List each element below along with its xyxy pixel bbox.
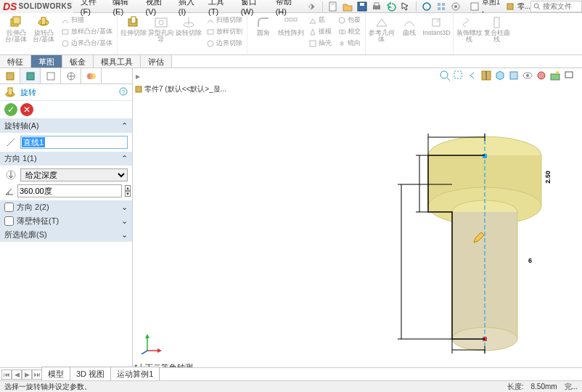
- pm-tab-feature-tree[interactable]: [0, 68, 20, 83]
- thin-checkbox[interactable]: [4, 216, 14, 226]
- dir1-type-select[interactable]: 给定深度: [20, 168, 128, 181]
- instant3d-button[interactable]: Instant3D: [424, 15, 450, 43]
- revolve-boss-button[interactable]: 旋转凸台/基体: [30, 15, 57, 49]
- tab-first-icon[interactable]: ⏮: [1, 369, 12, 380]
- section-axis-body: 直线1: [0, 133, 132, 152]
- tab-sketch[interactable]: 草图: [31, 55, 62, 68]
- svg-line-16: [538, 7, 540, 9]
- loft-boss-button[interactable]: 放样凸台/基体: [60, 26, 114, 37]
- dir1-angle-input[interactable]: [17, 184, 122, 197]
- thread-button[interactable]: 装饰螺纹线: [456, 15, 483, 43]
- mirror-button[interactable]: 镜向: [336, 38, 362, 49]
- direction-icon[interactable]: [4, 168, 17, 181]
- section-dir1-header[interactable]: 方向 1(1) ⌃: [0, 152, 132, 166]
- draft-button[interactable]: 拔模: [307, 26, 333, 37]
- view-triad-icon[interactable]: [140, 332, 162, 354]
- revolve-cut-button[interactable]: 旋转切除: [176, 15, 202, 49]
- boundary-cut-button[interactable]: 边界切除: [205, 38, 244, 49]
- curves-button[interactable]: 曲线: [396, 15, 422, 43]
- angle-icon: [4, 184, 15, 197]
- tab-nav-arrows: ⏮ ◀ ▶ ⏭: [1, 369, 42, 380]
- sweep-cut-button[interactable]: 扫描切除: [205, 15, 244, 25]
- collapse-icon: ⌃: [121, 154, 128, 163]
- settings-icon[interactable]: [449, 1, 462, 12]
- angle-spinner[interactable]: ▲▼: [125, 185, 131, 197]
- pm-tab-config[interactable]: [41, 68, 61, 83]
- pm-tab-display[interactable]: [81, 68, 102, 83]
- tab-prev-icon[interactable]: ◀: [12, 369, 22, 380]
- search-box[interactable]: [530, 1, 582, 12]
- hole-wizard-button[interactable]: 异型孔向导: [148, 15, 174, 49]
- boundary-boss-button[interactable]: 边界凸台/基体: [60, 38, 114, 49]
- svg-rect-42: [47, 73, 54, 80]
- wrap-button[interactable]: 包覆: [336, 15, 362, 25]
- spin-down-icon[interactable]: ▼: [125, 191, 131, 197]
- loft-cut-button[interactable]: 放样切割: [205, 26, 244, 37]
- svg-rect-8: [442, 3, 445, 6]
- tab-mold[interactable]: 模具工具: [94, 55, 141, 68]
- select-button[interactable]: [399, 1, 412, 12]
- help-icon[interactable]: ?: [119, 87, 128, 97]
- section-thin-header[interactable]: 薄壁特征(T) ⌄: [0, 214, 132, 228]
- pm-ok-button[interactable]: ✓: [4, 103, 17, 116]
- ref-geometry-button[interactable]: 参考几何体: [369, 15, 395, 43]
- tab-evaluate[interactable]: 评估: [141, 55, 172, 68]
- tab-last-icon[interactable]: ⏭: [32, 369, 42, 380]
- bottom-tab-model[interactable]: 模型: [41, 367, 70, 382]
- svg-line-97: [142, 351, 147, 354]
- options-button[interactable]: [435, 1, 448, 12]
- part-doc-icon[interactable]: [504, 1, 515, 12]
- print-button[interactable]: [370, 1, 383, 12]
- dim-mid[interactable]: 6: [528, 257, 532, 264]
- section-dir2-header[interactable]: 方向 2(2) ⌄: [0, 200, 132, 214]
- composite-curve-button[interactable]: 复合柱曲线: [484, 15, 510, 43]
- axis-icon: [4, 136, 17, 149]
- collapse-icon: ⌄: [121, 230, 128, 240]
- save-button[interactable]: [356, 1, 369, 12]
- extrude-boss-button[interactable]: 拉伸凸台/基体: [3, 15, 29, 49]
- model-canvas[interactable]: [133, 68, 582, 376]
- pm-tab-dimxpert[interactable]: [61, 68, 81, 83]
- pm-tab-property[interactable]: [20, 68, 41, 83]
- sweep-boss-button[interactable]: 扫描: [60, 15, 114, 25]
- rib-button[interactable]: 筋: [307, 15, 333, 25]
- search-input[interactable]: [543, 2, 579, 10]
- svg-marker-96: [157, 348, 162, 353]
- pm-cancel-button[interactable]: ✕: [20, 103, 33, 116]
- svg-line-52: [7, 139, 15, 146]
- fillet-button[interactable]: 圆角: [250, 15, 276, 49]
- section-contour-header[interactable]: 所选轮廓(S) ⌄: [0, 228, 132, 242]
- dir2-checkbox[interactable]: [4, 203, 14, 212]
- open-button[interactable]: [341, 1, 354, 12]
- motion-tab-bar: ⏮ ◀ ▶ ⏭ 模型 3D 视图 运动算例1: [0, 367, 582, 380]
- pm-feature-title: 旋转: [20, 87, 36, 98]
- undo-button[interactable]: [385, 1, 398, 12]
- svg-rect-30: [285, 18, 288, 21]
- svg-point-12: [454, 5, 457, 8]
- extrude-cut-button[interactable]: 拉伸切除: [120, 15, 147, 49]
- sketch-doc-icon[interactable]: [468, 1, 480, 12]
- bottom-tab-motion[interactable]: 运动算例1: [110, 367, 160, 382]
- shell-button[interactable]: 抽壳: [307, 38, 333, 49]
- rebuild-button[interactable]: [420, 1, 433, 12]
- bottom-tab-3dview[interactable]: 3D 视图: [70, 367, 111, 382]
- svg-rect-21: [62, 30, 68, 34]
- intersect-button[interactable]: 相交: [336, 26, 362, 37]
- graphics-viewport[interactable]: ▸ 零件7 (默认<<默认>_显...: [133, 68, 582, 376]
- dim-side[interactable]: 2.50: [544, 171, 552, 184]
- quick-access-toolbar: [320, 1, 462, 12]
- spin-up-icon[interactable]: ▲: [125, 185, 131, 191]
- breadcrumb-doc2[interactable]: 零...: [517, 1, 530, 12]
- new-doc-button[interactable]: [327, 1, 340, 12]
- menu-more-icon[interactable]: ⬗: [308, 1, 314, 11]
- tab-sheetmetal[interactable]: 钣金: [62, 55, 94, 68]
- property-manager: 旋转 ? ✓ ✕ 旋转轴(A) ⌃ 直线1 方向 1(1) ⌃: [0, 68, 133, 376]
- tab-next-icon[interactable]: ▶: [22, 369, 32, 380]
- pm-confirm-row: ✓ ✕: [0, 101, 132, 119]
- section-axis-header[interactable]: 旋转轴(A) ⌃: [0, 119, 132, 133]
- svg-rect-14: [507, 4, 513, 9]
- tab-feature[interactable]: 特征: [0, 55, 31, 68]
- linear-pattern-button[interactable]: 线性阵列: [278, 15, 304, 49]
- axis-selection-field[interactable]: 直线1: [20, 136, 128, 149]
- svg-rect-13: [471, 3, 478, 10]
